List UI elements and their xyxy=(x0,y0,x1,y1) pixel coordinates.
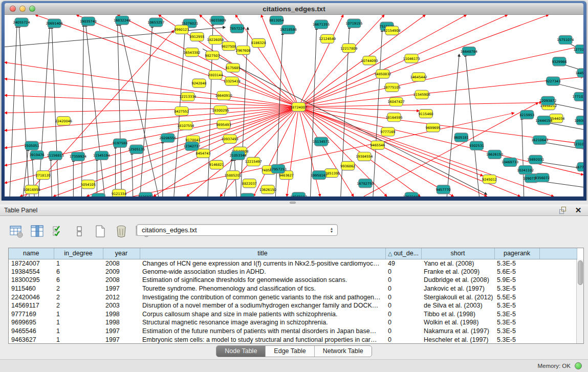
float-window-icon[interactable] xyxy=(559,206,569,214)
graph-node[interactable]: 9242848 xyxy=(192,79,207,87)
graph-node[interactable]: 12505135 xyxy=(128,145,145,154)
graph-node[interactable]: 11545194 xyxy=(93,151,110,160)
rows-icon[interactable] xyxy=(72,225,86,238)
network-graph[interactable]: 2405572420691406190357481683224810653257… xyxy=(5,15,583,196)
graph-node[interactable]: 13325419 xyxy=(224,77,241,85)
graph-node[interactable]: 12444154 xyxy=(535,116,552,125)
graph-node[interactable]: 9245012 xyxy=(482,175,497,184)
panel-splitter[interactable] xyxy=(0,201,588,205)
graph-node[interactable]: 16543382 xyxy=(183,48,200,57)
table-row[interactable]: 2242004622012Investigating the contribut… xyxy=(9,293,577,301)
graph-node[interactable]: 12217809 xyxy=(340,43,357,52)
graph-node[interactable]: 12093872 xyxy=(539,96,556,105)
graph-node[interactable]: 13626150 xyxy=(259,185,276,194)
graph-node[interactable]: 8960123 xyxy=(174,25,189,34)
graph-node[interactable]: 10744093 xyxy=(361,56,378,65)
graph-node[interactable]: 8605181 xyxy=(454,133,469,142)
splitter-grip-icon[interactable] xyxy=(290,202,296,204)
graph-node[interactable]: 8427552 xyxy=(174,107,189,116)
graph-node[interactable]: 9115460 xyxy=(419,110,433,118)
graph-node[interactable]: 9936862 xyxy=(340,161,355,170)
graph-node[interactable]: 16775021 xyxy=(575,162,583,171)
graph-node[interactable]: 12310452 xyxy=(573,140,583,148)
memory-ok-icon[interactable] xyxy=(575,362,582,369)
tab-edge-table[interactable]: Edge Table xyxy=(266,346,314,357)
graph-node[interactable]: 9465546 xyxy=(370,141,385,149)
graph-node[interactable]: 18164595 xyxy=(385,113,402,122)
table-vertical-scrollbar[interactable] xyxy=(576,259,583,343)
table-selector-dropdown[interactable]: citations_edges.txt ▲▼ xyxy=(137,224,338,236)
graph-node[interactable]: 10719155 xyxy=(345,19,362,28)
column-header-in_degree[interactable]: in_degree xyxy=(54,248,103,259)
graph-node[interactable]: 20691406 xyxy=(46,19,63,28)
graph-node[interactable]: 14453985 xyxy=(575,69,583,77)
graph-node[interactable]: 17359924 xyxy=(70,152,86,161)
graph-node[interactable]: 9457770 xyxy=(436,185,451,194)
graph-node[interactable]: 10816959 xyxy=(24,185,40,194)
graph-node[interactable]: 10469733 xyxy=(502,158,518,166)
graph-node[interactable]: 11545908 xyxy=(413,90,430,99)
window-titlebar[interactable]: citations_edges.txt xyxy=(5,3,583,15)
graph-node[interactable]: 9146821 xyxy=(209,160,224,169)
graph-node[interactable]: 2967608 xyxy=(236,46,251,55)
graph-node[interactable]: 16782759 xyxy=(357,179,374,188)
close-panel-icon[interactable]: ✕ xyxy=(574,206,583,214)
graph-node[interactable]: 2803144 xyxy=(208,71,223,79)
graph-node[interactable]: 9121334 xyxy=(112,189,126,196)
column-header-name[interactable]: name xyxy=(9,248,54,259)
graph-node[interactable]: 10891011 xyxy=(90,193,107,196)
table-row[interactable]: 977716911998Corpus callosum shape and si… xyxy=(9,310,577,319)
graph-node[interactable]: 21053346 xyxy=(230,151,247,160)
tab-node-table[interactable]: Node Table xyxy=(216,346,266,357)
column-header-short[interactable]: short xyxy=(421,248,494,259)
graph-node[interactable]: 16832248 xyxy=(114,16,130,25)
graph-node[interactable]: 11156813 xyxy=(47,151,64,160)
graph-node[interactable]: 12342737 xyxy=(183,142,200,150)
graph-node[interactable]: 9895493 xyxy=(216,120,231,129)
graph-node[interactable]: 8186328 xyxy=(251,38,266,47)
graph-node[interactable]: 10930551 xyxy=(574,116,583,125)
close-window-button[interactable] xyxy=(10,6,16,12)
graph-node[interactable]: 8822037 xyxy=(242,179,257,188)
graph-node[interactable]: 16648784 xyxy=(461,47,477,56)
graph-node[interactable]: 9777169 xyxy=(381,127,396,136)
graph-node[interactable]: 17710345 xyxy=(572,92,583,101)
graph-node[interactable]: 9827508 xyxy=(222,41,236,50)
graph-node[interactable]: 22420046 xyxy=(55,117,72,125)
graph-node[interactable]: 12923448 xyxy=(403,192,420,196)
graph-node[interactable]: 9356072 xyxy=(535,173,550,182)
graph-node[interactable]: 8813054 xyxy=(269,16,284,25)
graph-node[interactable]: 7857224 xyxy=(230,24,245,33)
graph-node[interactable]: 14850832 xyxy=(374,70,391,78)
graph-node[interactable]: 12731141 xyxy=(573,45,583,53)
graph-node[interactable]: 9699695 xyxy=(426,123,441,132)
graph-node[interactable]: 5054105 xyxy=(81,180,96,189)
table-row[interactable]: 1456911722003Disruption of a novel membe… xyxy=(9,301,577,310)
select-all-columns-icon[interactable] xyxy=(51,225,66,238)
graph-node[interactable]: 16626150 xyxy=(486,150,503,159)
graph-node[interactable]: 12124549 xyxy=(319,34,336,43)
column-header-pagerank[interactable]: pagerank xyxy=(494,248,539,259)
graph-node[interactable]: 9827503 xyxy=(205,51,220,60)
graph-node[interactable]: 19035748 xyxy=(80,17,97,26)
scrollbar-thumb[interactable] xyxy=(578,260,583,285)
graph-node[interactable]: 18226058 xyxy=(207,35,224,44)
graph-node[interactable]: 9302531 xyxy=(469,141,484,150)
graph-node[interactable]: 18107554 xyxy=(177,121,194,130)
graph-node[interactable]: 19218586 xyxy=(280,25,297,34)
graph-node[interactable]: 15751074 xyxy=(557,35,574,44)
graph-node[interactable]: 19384554 xyxy=(356,152,373,161)
graph-node[interactable]: 11046173 xyxy=(403,54,420,63)
graph-node[interactable]: 9197588 xyxy=(113,139,127,147)
graph-node[interactable]: 16210643 xyxy=(531,136,548,144)
graph-node[interactable]: 15885201 xyxy=(225,171,242,180)
graph-node[interactable]: 8454743 xyxy=(196,149,211,158)
graph-node[interactable]: 24055724 xyxy=(13,18,30,27)
graph-node[interactable]: 8175685 xyxy=(226,63,241,72)
minimize-window-button[interactable] xyxy=(19,6,26,12)
table-row[interactable]: 1872400712008Changes of HCN gene express… xyxy=(9,259,577,268)
graph-node[interactable]: 18775105 xyxy=(383,83,400,92)
table-row[interactable]: 911546021997Tourette syndrome. Phenomeno… xyxy=(9,285,577,293)
table-row[interactable]: 969969511998Structural magnetic resonanc… xyxy=(9,318,577,327)
graph-node[interactable]: 2505051 xyxy=(25,141,39,150)
